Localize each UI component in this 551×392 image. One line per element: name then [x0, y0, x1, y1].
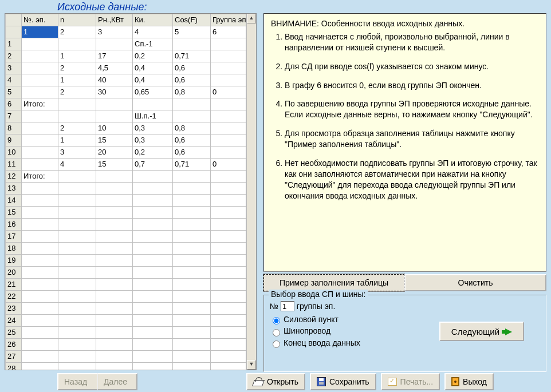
grid-cell[interactable] [173, 315, 211, 327]
grid-cell[interactable] [133, 327, 173, 339]
grid-cell[interactable] [22, 363, 58, 370]
grid-cell[interactable] [58, 279, 96, 291]
column-header[interactable]: №. эп. [22, 14, 58, 26]
grid-cell[interactable]: 0,3 [133, 122, 173, 134]
grid-cell[interactable]: 17 [96, 50, 133, 62]
column-header[interactable]: Cos(F) [173, 14, 211, 26]
grid-cell[interactable] [173, 219, 211, 231]
grid-cell[interactable] [58, 339, 96, 351]
grid-cell[interactable] [22, 50, 58, 62]
grid-cell[interactable] [22, 339, 58, 351]
grid-cell[interactable] [96, 183, 133, 195]
grid-cell[interactable] [22, 327, 58, 339]
grid-cell[interactable]: Итого: [22, 98, 58, 110]
row-header[interactable]: 24 [6, 315, 22, 327]
row-header[interactable]: 5 [6, 86, 22, 98]
grid-cell[interactable]: 2 [58, 86, 96, 98]
grid-cell[interactable] [22, 291, 58, 303]
grid-cell[interactable] [22, 303, 58, 315]
grid-cell[interactable] [22, 62, 58, 74]
grid-cell[interactable]: 2 [58, 26, 96, 38]
row-header[interactable]: 15 [6, 207, 22, 219]
grid-cell[interactable]: 3 [58, 146, 96, 159]
grid-cell[interactable] [96, 291, 133, 303]
grid-cell[interactable]: 1 [58, 74, 96, 86]
grid-cell[interactable] [133, 98, 173, 110]
grid-cell[interactable]: 0,8 [173, 86, 211, 98]
row-header[interactable]: 7 [6, 110, 22, 122]
grid-cell[interactable] [58, 207, 96, 219]
grid-cell[interactable] [58, 231, 96, 243]
column-header[interactable]: Ки. [133, 14, 173, 26]
grid-cell[interactable] [22, 207, 58, 219]
grid-cell[interactable] [96, 303, 133, 315]
grid-cell[interactable]: 1 [58, 50, 96, 62]
grid-cell[interactable] [58, 351, 96, 363]
grid-cell[interactable] [58, 267, 96, 279]
grid-cell[interactable] [96, 171, 133, 183]
scroll-down-icon[interactable]: ▼ [247, 360, 256, 370]
grid-cell[interactable]: Ш.п.-1 [133, 110, 173, 122]
grid-cell[interactable] [211, 110, 246, 122]
grid-cell[interactable]: 20 [96, 146, 133, 159]
grid-cell[interactable] [211, 339, 246, 351]
row-header[interactable]: 11 [6, 159, 22, 171]
grid-cell[interactable] [96, 243, 133, 255]
row-header[interactable]: 20 [6, 267, 22, 279]
grid-cell[interactable] [173, 279, 211, 291]
grid-cell[interactable] [211, 50, 246, 62]
grid-cell[interactable] [133, 351, 173, 363]
grid-cell[interactable] [211, 38, 246, 50]
grid-cell[interactable] [133, 219, 173, 231]
row-header[interactable]: 13 [6, 183, 22, 195]
grid-cell[interactable] [173, 363, 211, 370]
grid-cell[interactable] [173, 243, 211, 255]
grid-cell[interactable] [22, 279, 58, 291]
grid-cell[interactable]: 15 [96, 159, 133, 171]
grid-cell[interactable] [173, 231, 211, 243]
grid-cell[interactable] [96, 327, 133, 339]
grid-cell[interactable] [211, 98, 246, 110]
grid-cell[interactable] [22, 38, 58, 50]
grid-cell[interactable] [133, 231, 173, 243]
grid-cell[interactable] [173, 327, 211, 339]
grid-cell[interactable] [58, 243, 96, 255]
grid-cell[interactable] [22, 159, 58, 171]
grid-cell[interactable] [211, 363, 246, 370]
grid-cell[interactable]: 0,8 [173, 122, 211, 134]
grid-cell[interactable]: 0,6 [173, 74, 211, 86]
grid-cell[interactable]: Итого: [22, 171, 58, 183]
grid-cell[interactable] [133, 255, 173, 267]
grid-cell[interactable]: 0,6 [173, 62, 211, 74]
grid-cell[interactable]: 5 [173, 26, 211, 38]
grid-cell[interactable] [211, 279, 246, 291]
next-button[interactable]: Следующий [439, 322, 524, 341]
scroll-up-icon[interactable]: ▲ [247, 14, 256, 23]
row-header[interactable]: 10 [6, 146, 22, 159]
grid-cell[interactable] [133, 243, 173, 255]
grid-cell[interactable] [133, 267, 173, 279]
grid-cell[interactable] [211, 74, 246, 86]
grid-cell[interactable] [96, 110, 133, 122]
grid-cell[interactable] [22, 195, 58, 207]
grid-cell[interactable] [211, 267, 246, 279]
grid-cell[interactable]: 4 [133, 26, 173, 38]
grid-cell[interactable] [96, 279, 133, 291]
grid-cell[interactable] [211, 303, 246, 315]
grid-cell[interactable]: 2 [58, 122, 96, 134]
grid-cell[interactable] [133, 171, 173, 183]
row-header[interactable] [6, 26, 22, 38]
grid-cell[interactable] [133, 279, 173, 291]
radio-input[interactable] [273, 340, 280, 348]
grid-cell[interactable]: 1 [58, 134, 96, 146]
grid-cell[interactable] [211, 146, 246, 159]
row-header[interactable]: 14 [6, 195, 22, 207]
grid-cell[interactable]: Сп.-1 [133, 38, 173, 50]
grid-cell[interactable] [96, 219, 133, 231]
clear-button[interactable]: Очистить [404, 274, 546, 291]
row-header[interactable]: 6 [6, 98, 22, 110]
grid-cell[interactable]: 0,71 [173, 159, 211, 171]
row-header[interactable]: 3 [6, 62, 22, 74]
grid-cell[interactable] [173, 255, 211, 267]
column-header[interactable]: Группа эп. [211, 14, 246, 26]
